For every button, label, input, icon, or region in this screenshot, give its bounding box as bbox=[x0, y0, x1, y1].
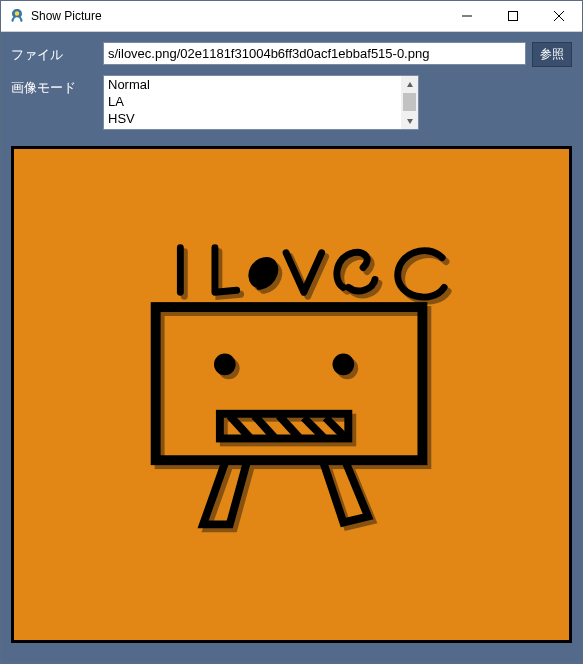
mode-option[interactable]: Normal bbox=[104, 76, 401, 93]
app-icon bbox=[9, 8, 25, 24]
mode-row: 画像モード Normal LA HSV bbox=[11, 75, 572, 130]
maximize-button[interactable] bbox=[490, 1, 536, 31]
robot-eye-left bbox=[214, 354, 236, 376]
mode-option[interactable]: HSV bbox=[104, 110, 401, 127]
window-title: Show Picture bbox=[31, 9, 102, 23]
svg-marker-6 bbox=[407, 119, 413, 124]
window: Show Picture ファイル 参照 画像モード N bbox=[0, 0, 583, 664]
image-mode-options: Normal LA HSV bbox=[104, 76, 401, 129]
svg-point-0 bbox=[15, 11, 19, 15]
scroll-down-button[interactable] bbox=[401, 112, 418, 129]
scroll-thumb[interactable] bbox=[403, 93, 416, 111]
file-label: ファイル bbox=[11, 42, 103, 64]
file-row: ファイル 参照 bbox=[11, 42, 572, 67]
client-area: ファイル 参照 画像モード Normal LA HSV bbox=[1, 32, 582, 663]
titlebar: Show Picture bbox=[1, 1, 582, 32]
robot-eye-right bbox=[332, 354, 354, 376]
svg-rect-2 bbox=[509, 12, 518, 21]
robot-mouth bbox=[220, 414, 348, 439]
scroll-up-button[interactable] bbox=[401, 76, 418, 93]
file-path-input[interactable] bbox=[103, 42, 526, 65]
image-canvas bbox=[11, 146, 572, 643]
svg-marker-5 bbox=[407, 82, 413, 87]
mode-label: 画像モード bbox=[11, 75, 103, 97]
listbox-scrollbar[interactable] bbox=[401, 76, 418, 129]
close-button[interactable] bbox=[536, 1, 582, 31]
browse-button[interactable]: 参照 bbox=[532, 42, 572, 67]
window-controls bbox=[444, 1, 582, 31]
image-mode-listbox[interactable]: Normal LA HSV bbox=[103, 75, 419, 130]
drawing bbox=[14, 149, 569, 640]
mode-option[interactable]: LA bbox=[104, 93, 401, 110]
canvas-wrap bbox=[11, 146, 572, 653]
scroll-track[interactable] bbox=[401, 93, 418, 112]
minimize-button[interactable] bbox=[444, 1, 490, 31]
